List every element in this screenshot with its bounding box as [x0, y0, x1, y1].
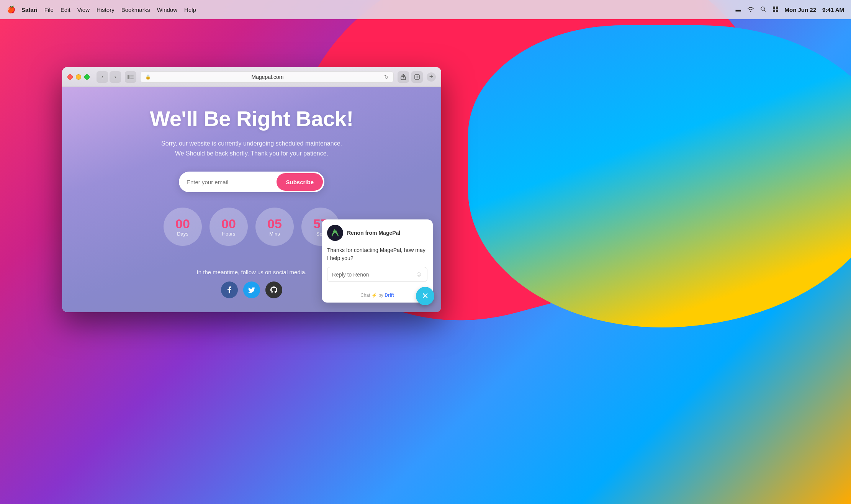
menubar-date: Mon Jun 22	[785, 7, 817, 13]
chat-body: Thanks for contacting MagePal, how may I…	[322, 245, 433, 290]
page-heading: We'll Be Right Back!	[150, 106, 353, 131]
menu-help[interactable]: Help	[184, 7, 196, 13]
countdown-hours: 00 Hours	[209, 208, 248, 246]
close-window-button[interactable]	[67, 74, 73, 80]
forward-button[interactable]: ›	[110, 71, 121, 83]
countdown-mins: 05 Mins	[255, 208, 294, 246]
nav-buttons: ‹ ›	[97, 71, 121, 83]
chat-message: Thanks for contacting MagePal, how may I…	[327, 246, 427, 262]
apple-menu-icon[interactable]: 🍎	[7, 5, 15, 14]
back-button[interactable]: ‹	[97, 71, 108, 83]
email-form: Subscribe	[179, 172, 324, 192]
github-icon[interactable]	[265, 281, 282, 298]
share-button[interactable]	[398, 71, 409, 83]
refresh-button[interactable]: ↻	[384, 74, 389, 80]
fullscreen-window-button[interactable]	[84, 74, 90, 80]
countdown-days: 00 Days	[164, 208, 202, 246]
emoji-button[interactable]: ☺	[416, 270, 422, 278]
svg-rect-2	[776, 7, 778, 9]
new-tab-button[interactable]: +	[427, 72, 436, 82]
address-bar[interactable]: 🔒 Magepal.com ↻	[140, 71, 394, 83]
social-section: In the meantime, follow us on social med…	[197, 269, 307, 298]
minimize-window-button[interactable]	[76, 74, 81, 80]
menubar-time: 9:41 AM	[822, 7, 844, 13]
traffic-lights	[67, 74, 90, 80]
url-text: Magepal.com	[153, 74, 382, 80]
search-icon[interactable]	[760, 6, 766, 13]
subscribe-button[interactable]: Subscribe	[277, 173, 323, 191]
toolbar-actions	[398, 71, 423, 83]
secure-icon: 🔒	[145, 74, 151, 80]
chat-widget: Renon from MagePal Thanks for contacting…	[322, 219, 433, 303]
battery-icon: ▬	[736, 7, 741, 13]
browser-window: ‹ › 🔒 Magepal.com ↻	[62, 67, 441, 312]
social-text: In the meantime, follow us on social med…	[197, 269, 307, 275]
svg-rect-5	[128, 75, 129, 79]
wifi-icon	[747, 7, 754, 13]
chat-agent-name: Renon from MagePal	[347, 230, 400, 236]
chat-avatar	[327, 225, 343, 241]
svg-rect-8	[130, 79, 134, 79]
menu-file[interactable]: File	[44, 7, 54, 13]
menu-history[interactable]: History	[97, 7, 115, 13]
menu-edit[interactable]: Edit	[61, 7, 70, 13]
svg-rect-1	[773, 7, 775, 9]
menu-window[interactable]: Window	[157, 7, 177, 13]
chat-reply-area[interactable]: ☺	[327, 267, 427, 282]
menu-safari[interactable]: Safari	[21, 7, 38, 13]
browser-toolbar: ‹ › 🔒 Magepal.com ↻	[62, 67, 441, 87]
menu-view[interactable]: View	[77, 7, 90, 13]
social-icons	[221, 281, 282, 298]
chat-header: Renon from MagePal	[322, 219, 433, 245]
email-input[interactable]	[187, 179, 277, 185]
twitter-icon[interactable]	[243, 281, 260, 298]
svg-rect-3	[773, 10, 775, 12]
menubar: 🍎 Safari File Edit View History Bookmark…	[0, 0, 851, 19]
chat-reply-input[interactable]	[332, 272, 412, 278]
control-center-icon[interactable]	[772, 6, 779, 13]
menubar-right: ▬ Mon Jun 22 9:41 AM	[736, 6, 844, 13]
svg-rect-6	[130, 75, 134, 75]
page-subtitle: Sorry, our website is currently undergoi…	[161, 139, 342, 158]
menu-bookmarks[interactable]: Bookmarks	[121, 7, 150, 13]
svg-rect-7	[130, 77, 134, 77]
browser-content: We'll Be Right Back! Sorry, our website …	[62, 87, 441, 312]
facebook-icon[interactable]	[221, 281, 238, 298]
svg-rect-4	[776, 10, 778, 12]
add-tab-button[interactable]	[411, 71, 423, 83]
countdown-timer: 00 Days 00 Hours 05 Mins 57 Sec	[164, 208, 340, 246]
sidebar-toggle-button[interactable]	[125, 71, 136, 83]
drift-link[interactable]: Drift	[385, 293, 394, 298]
chat-close-button[interactable]: ✕	[416, 287, 434, 305]
